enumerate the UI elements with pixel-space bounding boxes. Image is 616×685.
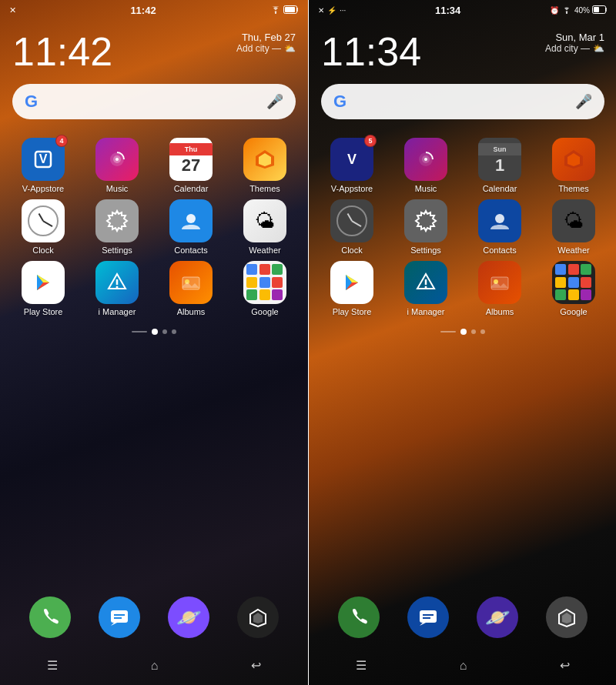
dock-messages-right[interactable]	[407, 596, 449, 638]
svg-point-13	[186, 214, 196, 223]
search-bar-left[interactable]: G 🎤	[12, 84, 296, 119]
settings-label-right: Settings	[410, 246, 441, 255]
search-mic-left[interactable]: 🎤	[266, 93, 283, 110]
music-label-right: Music	[415, 184, 437, 193]
dock-browser-left[interactable]: 🪐	[168, 596, 209, 638]
battery-text-right: 40%	[574, 6, 590, 15]
dock-browser-right[interactable]: 🪐	[477, 596, 518, 638]
app-weather-left[interactable]: 🌤 Weather	[231, 199, 299, 255]
albums-label-right: Albums	[486, 307, 514, 316]
wifi-icon	[270, 6, 281, 15]
page-dots-left	[0, 322, 308, 341]
svg-marker-54	[562, 613, 571, 623]
dock-launcher-right[interactable]	[546, 596, 588, 638]
dot-3-right	[480, 329, 485, 334]
vappstore-label-left: V-Appstore	[22, 184, 64, 193]
playstore-label-left: Play Store	[24, 307, 63, 316]
nav-bar-right: ☰ ⌂ ↩	[309, 649, 616, 685]
app-vappstore-left[interactable]: V 4 V-Appstore	[9, 138, 77, 193]
dock-phone-left[interactable]	[29, 596, 71, 638]
dock-phone-right[interactable]	[338, 596, 380, 638]
app-themes-left[interactable]: Themes	[231, 138, 299, 193]
nav-home-left[interactable]: ⌂	[139, 656, 171, 676]
dock-right: 🪐	[309, 589, 616, 649]
dot-3-left	[172, 329, 176, 334]
nav-menu-right[interactable]: ☰	[343, 655, 379, 676]
themes-icon-right	[552, 138, 595, 181]
alarm-icon: ⏰	[550, 6, 559, 15]
app-imanager-left[interactable]: i Manager	[83, 261, 151, 316]
settings-icon-left	[95, 199, 139, 242]
app-albums-right[interactable]: Albums	[466, 261, 534, 316]
dock-messages-left[interactable]	[99, 596, 140, 638]
clock-label-right: Clock	[341, 246, 363, 255]
calendar-label-right: Calendar	[483, 184, 517, 193]
app-settings-right[interactable]: Settings	[392, 199, 460, 255]
app-calendar-left[interactable]: Thu 27 Calendar	[157, 138, 225, 193]
svg-point-39	[495, 214, 504, 223]
dock-left: 🪐	[0, 589, 308, 649]
app-imanager-right[interactable]: i Manager	[392, 261, 460, 316]
cloud-icon-right: ⛅	[593, 43, 604, 54]
status-bar-right: ✕ ⚡ ··· 11:34 ⏰ 40%	[309, 0, 616, 18]
search-bar-right[interactable]: G 🎤	[321, 84, 604, 119]
google-label-left: Google	[251, 307, 278, 316]
app-albums-left[interactable]: Albums	[157, 261, 225, 316]
dot-active-left	[152, 329, 158, 335]
app-settings-left[interactable]: Settings	[83, 199, 151, 255]
playstore-icon-left	[22, 261, 65, 304]
weather-icon-left: 🌤	[243, 199, 286, 242]
app-grid-left: V 4 V-Appstore	[0, 132, 308, 322]
dock-launcher-left[interactable]	[237, 596, 279, 638]
app-playstore-left[interactable]: Play Store	[9, 261, 77, 316]
app-clock-right[interactable]: Clock	[318, 199, 386, 255]
dot-2-right	[471, 329, 476, 334]
svg-marker-50	[420, 623, 426, 626]
calendar-icon-left: Thu 27	[169, 138, 213, 181]
app-contacts-left[interactable]: Contacts	[157, 199, 225, 255]
status-time-left: 11:42	[130, 5, 156, 16]
music-icon-left	[95, 138, 139, 181]
status-left-icons-right: ✕ ⚡ ···	[318, 6, 346, 15]
svg-rect-49	[420, 610, 437, 623]
nav-menu-left[interactable]: ☰	[35, 655, 70, 676]
app-clock-left[interactable]: Clock	[9, 199, 77, 255]
svg-point-38	[423, 218, 429, 224]
svg-marker-28	[253, 613, 263, 623]
app-music-left[interactable]: Music	[83, 138, 151, 193]
app-music-right[interactable]: Music	[392, 138, 460, 193]
app-themes-right[interactable]: Themes	[540, 138, 608, 193]
status-bar-left: ✕ 11:42	[0, 0, 308, 18]
svg-point-0	[275, 12, 276, 14]
nav-back-right[interactable]: ↩	[547, 655, 582, 676]
playstore-icon-right	[330, 261, 373, 304]
svg-point-20	[116, 286, 119, 289]
battery-icon	[283, 5, 299, 15]
nav-back-left[interactable]: ↩	[239, 655, 273, 676]
notification-icon: ✕	[9, 5, 16, 15]
app-calendar-right[interactable]: Sun 1 Calendar	[466, 138, 534, 193]
nav-home-right[interactable]: ⌂	[447, 656, 480, 676]
imanager-label-right: i Manager	[407, 307, 445, 316]
calendar-label-left: Calendar	[174, 184, 209, 193]
google-label-right: Google	[560, 307, 587, 316]
music-icon-right	[404, 138, 447, 181]
app-google-left[interactable]: Google	[231, 261, 299, 316]
google-icon-left	[243, 261, 286, 304]
music-label-left: Music	[106, 184, 129, 193]
contacts-icon-left	[169, 199, 213, 242]
app-google-right[interactable]: Google	[540, 261, 608, 316]
app-playstore-right[interactable]: Play Store	[318, 261, 386, 316]
app-weather-right[interactable]: 🌤 Weather	[540, 199, 608, 255]
search-mic-right[interactable]: 🎤	[575, 93, 592, 110]
app-vappstore-right[interactable]: V 5 V-Appstore	[318, 138, 386, 193]
wifi-icon-right	[561, 6, 572, 15]
app-contacts-right[interactable]: Contacts	[466, 199, 534, 255]
svg-point-7	[116, 158, 119, 161]
status-time-right: 11:34	[435, 5, 460, 16]
status-right-icons	[270, 5, 299, 15]
google-icon-right	[552, 261, 595, 304]
time-area-right: 11:34 Sun, Mar 1 Add city — ⛅	[309, 18, 616, 78]
weather-text-right: Add city — ⛅	[545, 43, 604, 54]
themes-label-right: Themes	[558, 184, 589, 193]
